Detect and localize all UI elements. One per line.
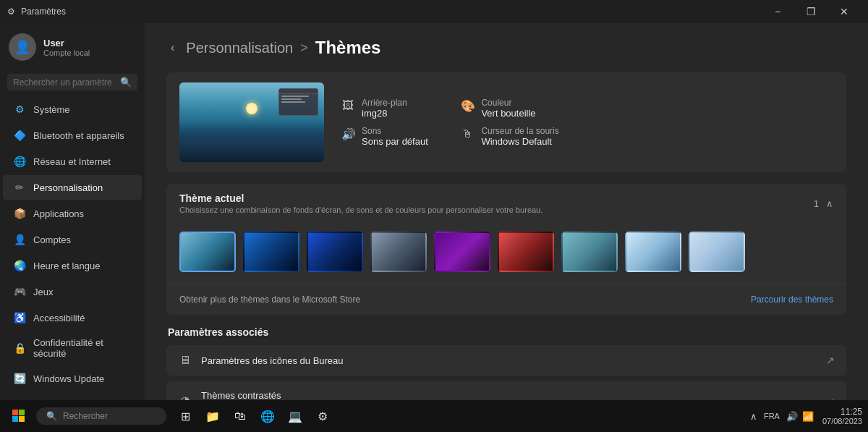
- preview-window: [278, 88, 318, 116]
- theme-thumbnail-2[interactable]: [307, 232, 363, 272]
- titlebar-controls: − ❐ ✕: [761, 0, 861, 23]
- theme-thumbnail-7[interactable]: [625, 232, 681, 272]
- titlebar-title-area: ⚙ Paramètres: [7, 7, 66, 17]
- sidebar-item-label: Applications: [33, 208, 84, 219]
- windows-update-icon: 🔄: [13, 372, 26, 385]
- contrast-themes-icon: ◑: [178, 394, 192, 400]
- breadcrumb-nav: ‹: [166, 40, 179, 56]
- chevron-right-icon: ›: [831, 395, 835, 401]
- volume-icon: 🔊: [786, 411, 798, 422]
- taskbar-search-icon: 🔍: [46, 411, 57, 421]
- sidebar-item-windows-update[interactable]: 🔄 Windows Update: [3, 366, 142, 391]
- theme-info-cursor: 🖱 Curseur de la souris Windows Default: [461, 126, 558, 147]
- store-row: Obtenir plus de thèmes dans le Microsoft…: [166, 284, 846, 315]
- theme-count: 1: [814, 198, 819, 209]
- section-right: 1 ∧: [814, 198, 833, 209]
- color-value: Vert bouteille: [481, 108, 535, 119]
- taskbar-clock: 11:25: [822, 407, 862, 417]
- lang-badge: FRA: [762, 411, 782, 421]
- restore-button[interactable]: ❐: [794, 0, 827, 23]
- titlebar-title: Paramètres: [21, 7, 66, 17]
- breadcrumb-current: Thèmes: [315, 38, 381, 58]
- theme-thumbnail-4[interactable]: [434, 232, 490, 272]
- settings-icon: ⚙: [7, 7, 15, 17]
- taskbar-app-store[interactable]: 🛍: [227, 403, 253, 429]
- preview-mountains: [179, 122, 324, 162]
- accessibilite-icon: ♿: [13, 311, 26, 324]
- taskbar-time[interactable]: 11:25 07/08/2023: [822, 407, 862, 425]
- user-name: User: [43, 38, 90, 48]
- theme-info-sound: 🔊 Sons Sons par défaut: [341, 126, 439, 147]
- main-content: ‹ Personnalisation > Thèmes: [145, 23, 868, 400]
- taskbar-right: ∧ FRA 🔊 📶 11:25 07/08/2023: [750, 407, 862, 425]
- sidebar-item-bluetooth[interactable]: 🔷 Bluetooth et appareils: [3, 123, 142, 148]
- browse-themes-button[interactable]: Parcourir des thèmes: [751, 292, 833, 308]
- theme-thumbnail-8[interactable]: [689, 232, 745, 272]
- sidebar-item-reseau[interactable]: 🌐 Réseau et Internet: [3, 149, 142, 174]
- applications-icon: 📦: [13, 207, 26, 220]
- svg-rect-1: [19, 410, 25, 415]
- section-subtitle: Choisissez une combinaison de fonds d'éc…: [179, 206, 542, 214]
- taskbar-date: 07/08/2023: [822, 417, 862, 425]
- theme-thumbnail-3[interactable]: [370, 232, 427, 272]
- preview-image-inner: [179, 82, 324, 162]
- sidebar-item-comptes[interactable]: 👤 Comptes: [3, 227, 142, 252]
- breadcrumb: ‹ Personnalisation > Thèmes: [166, 38, 846, 58]
- search-box[interactable]: 🔍: [7, 74, 137, 90]
- theme-info-grid: 🖼 Arrière-plan img28 🎨 Couleur Vert bout…: [341, 98, 559, 147]
- windows-logo-icon: [12, 410, 25, 423]
- user-subtitle: Compte local: [43, 48, 90, 57]
- taskbar: 🔍 Rechercher ⊞ 📁 🛍 🌐 💻 ⚙ ∧ FRA 🔊 📶 11:25…: [0, 400, 868, 432]
- reseau-icon: 🌐: [13, 155, 26, 168]
- assoc-item-desktop-icons[interactable]: 🖥 Paramètres des icônes du Bureau ↗: [166, 345, 846, 376]
- sidebar-user[interactable]: 👤 User Compte local: [0, 23, 145, 71]
- assoc-contrast-label: Thèmes contrastés: [201, 390, 423, 400]
- preview-window-line: [281, 96, 309, 97]
- desktop-icons-icon: 🖥: [178, 354, 192, 367]
- cursor-label: Curseur de la souris: [481, 126, 558, 136]
- back-button[interactable]: ‹: [166, 40, 179, 56]
- taskbar-app-files[interactable]: 📁: [200, 403, 226, 429]
- minimize-button[interactable]: −: [761, 0, 794, 23]
- assoc-item-contrast-themes[interactable]: ◑ Thèmes contrastés Thèmes de couleur po…: [166, 381, 846, 400]
- taskbar-search[interactable]: 🔍 Rechercher: [36, 407, 166, 425]
- theme-info-background: 🖼 Arrière-plan img28: [341, 98, 439, 119]
- theme-thumbnail-0[interactable]: [179, 232, 236, 272]
- store-link-text: Obtenir plus de thèmes dans le Microsoft…: [179, 295, 360, 305]
- cursor-value: Windows Default: [481, 136, 558, 147]
- sidebar-item-heure[interactable]: 🌏 Heure et langue: [3, 253, 142, 278]
- sidebar: 👤 User Compte local 🔍 ⚙ Système 🔷 Blueto…: [0, 23, 145, 400]
- section-header[interactable]: Thème actuel Choisissez une combinaison …: [166, 184, 846, 223]
- theme-thumbnail-5[interactable]: [498, 232, 554, 272]
- avatar: 👤: [9, 33, 36, 61]
- sound-label: Sons: [362, 126, 428, 136]
- taskbar-app-edge[interactable]: 🌐: [255, 403, 281, 429]
- comptes-icon: 👤: [13, 233, 26, 246]
- taskbar-app-widgets[interactable]: ⊞: [172, 403, 198, 429]
- associated-settings-title: Paramètres associés: [166, 326, 846, 338]
- sidebar-item-applications[interactable]: 📦 Applications: [3, 201, 142, 226]
- sidebar-item-confidentialite[interactable]: 🔒 Confidentialité et sécurité: [3, 331, 142, 365]
- preview-sun: [246, 103, 258, 114]
- background-label: Arrière-plan: [362, 98, 407, 108]
- theme-thumbnail-1[interactable]: [243, 232, 299, 272]
- chevron-up-icon[interactable]: ∧: [750, 411, 757, 422]
- start-button[interactable]: [6, 403, 32, 429]
- taskbar-app-vscode[interactable]: 💻: [282, 403, 308, 429]
- jeux-icon: 🎮: [13, 285, 26, 298]
- sidebar-item-personnalisation[interactable]: ✏ Personnalisation: [3, 175, 142, 200]
- theme-thumbnail-6[interactable]: [561, 232, 618, 272]
- cursor-icon: 🖱: [461, 127, 474, 140]
- sidebar-item-jeux[interactable]: 🎮 Jeux: [3, 279, 142, 304]
- preview-window-line: [281, 101, 305, 103]
- systeme-icon: ⚙: [13, 103, 26, 116]
- taskbar-app-settings[interactable]: ⚙: [310, 403, 336, 429]
- sidebar-item-accessibilite[interactable]: ♿ Accessibilité: [3, 305, 142, 330]
- app-body: 👤 User Compte local 🔍 ⚙ Système 🔷 Blueto…: [0, 23, 868, 400]
- search-input[interactable]: [13, 77, 116, 88]
- section-title: Thème actuel: [179, 192, 542, 204]
- close-button[interactable]: ✕: [827, 0, 861, 23]
- sidebar-item-label: Système: [33, 104, 70, 115]
- preview-window-content: [279, 94, 318, 104]
- sidebar-item-systeme[interactable]: ⚙ Système: [3, 97, 142, 122]
